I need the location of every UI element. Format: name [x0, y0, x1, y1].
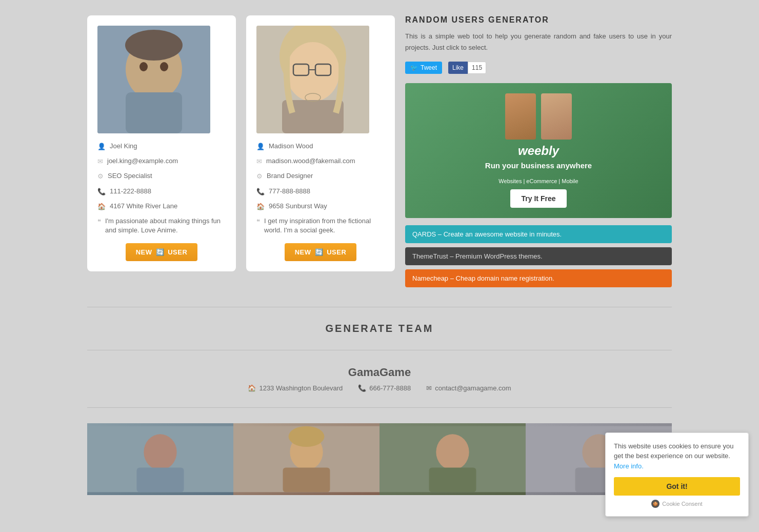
- quote-icon-2: ❝: [256, 217, 260, 226]
- team-email-icon: ✉: [426, 384, 432, 392]
- team-photo-3: [380, 423, 526, 495]
- cookie-more-info-link[interactable]: More info.: [614, 462, 644, 470]
- user-bio-2: I get my inspiration from the fictional …: [264, 216, 385, 235]
- tweet-label: Tweet: [421, 64, 437, 71]
- cookie-consent-popup: This website uses cookies to ensure you …: [605, 432, 749, 517]
- user-name-1: Joel King: [110, 142, 137, 151]
- user-phone-row-2: 📞 777-888-8888: [256, 187, 385, 196]
- user-bio-row-2: ❝ I get my inspiration from the fictiona…: [256, 216, 385, 235]
- address-icon-2: 🏠: [256, 202, 265, 211]
- user-email-2: madison.wood@fakemail.com: [266, 156, 355, 166]
- team-address-icon: 🏠: [248, 384, 256, 392]
- team-contact-row: 🏠 1233 Washington Boulevard 📞 666-777-88…: [87, 384, 672, 392]
- facebook-like-label: Like: [448, 62, 468, 74]
- cookie-message: This website uses cookies to ensure you …: [614, 441, 740, 471]
- cookie-footer-text: Cookie Consent: [662, 501, 702, 507]
- user-name-row-1: 👤 Joel King: [97, 142, 226, 151]
- user-phone-1: 111-222-8888: [110, 187, 151, 196]
- user-name-row-2: 👤 Madison Wood: [256, 142, 385, 151]
- job-icon-2: ⚙: [256, 172, 263, 181]
- cookie-footer-icon: 🍪: [651, 500, 660, 508]
- svg-point-22: [436, 434, 469, 470]
- like-button[interactable]: Like 115: [448, 62, 486, 74]
- team-address: 1233 Washington Boulevard: [259, 384, 343, 392]
- user-email-1: joel.king@example.com: [107, 156, 178, 166]
- user-icon-2: 👤: [256, 142, 265, 151]
- sidebar-description: This is a simple web tool to help you ge…: [405, 31, 672, 53]
- refresh-icon-2: 🔄: [315, 248, 324, 256]
- user-email-row-1: ✉ joel.king@example.com: [97, 156, 226, 166]
- sidebar: RANDOM USERS GENERATOR This is a simple …: [405, 15, 672, 291]
- ad-link-2[interactable]: ThemeTrust – Premium WordPress themes.: [405, 247, 672, 265]
- ad-person-2: [541, 93, 572, 140]
- team-phone-item: 📞 666-777-8888: [358, 384, 411, 392]
- team-photos-row: [87, 423, 672, 495]
- cookie-accept-button[interactable]: Got it!: [614, 477, 740, 496]
- svg-rect-2: [126, 92, 182, 133]
- generate-team-section: GENERATE TEAM: [87, 323, 672, 334]
- svg-point-20: [289, 426, 325, 447]
- user-email-row-2: ✉ madison.wood@fakemail.com: [256, 156, 385, 166]
- middle-divider: [87, 350, 672, 350]
- ad-brand: weebly: [415, 144, 662, 158]
- user-phone-2: 777-888-8888: [269, 187, 310, 196]
- team-phone: 666-777-8888: [369, 384, 411, 392]
- phone-icon-2: 📞: [256, 187, 265, 196]
- svg-rect-19: [283, 468, 330, 492]
- ad-cta-button[interactable]: Try It Free: [510, 189, 567, 208]
- address-icon-1: 🏠: [97, 202, 106, 211]
- new-user-button-1[interactable]: NEW 🔄 USER: [126, 243, 197, 261]
- team-phone-icon: 📞: [358, 384, 366, 392]
- team-photo-2: [233, 423, 380, 495]
- team-email: contact@gamagame.com: [435, 384, 511, 392]
- like-count: 115: [468, 62, 486, 74]
- ad-link-1[interactable]: QARDS – Create an awesome website in min…: [405, 225, 672, 243]
- top-divider: [87, 307, 672, 307]
- email-icon-1: ✉: [97, 157, 103, 166]
- svg-point-5: [125, 30, 183, 61]
- ad-link-3[interactable]: Namecheap – Cheap domain name registrati…: [405, 269, 672, 287]
- svg-point-8: [286, 42, 339, 102]
- svg-rect-16: [137, 468, 184, 492]
- svg-point-3: [139, 62, 148, 71]
- social-buttons: 🐦 Tweet Like 115: [405, 62, 672, 74]
- svg-rect-23: [429, 468, 476, 492]
- weebly-ad: weebly Run your business anywhere Websit…: [405, 83, 672, 218]
- ad-person-1: [505, 93, 536, 140]
- team-name: GamaGame: [87, 366, 672, 379]
- tweet-button[interactable]: 🐦 Tweet: [405, 62, 442, 74]
- user-address-row-1: 🏠 4167 White River Lane: [97, 202, 226, 211]
- new-user-button-2[interactable]: NEW 🔄 USER: [285, 243, 356, 261]
- user-name-2: Madison Wood: [269, 142, 313, 151]
- page-footer: by designski: [87, 495, 672, 513]
- svg-point-4: [160, 62, 168, 71]
- user-job-1: SEO Specialist: [108, 171, 152, 181]
- user-address-1: 4167 White River Lane: [110, 202, 177, 211]
- user-bio-1: I'm passionate about making things fun a…: [105, 216, 226, 235]
- email-icon-2: ✉: [256, 157, 262, 166]
- ad-subtitle: Websites | eCommerce | Mobile: [415, 178, 662, 184]
- refresh-icon-1: 🔄: [156, 248, 165, 256]
- sidebar-title: RANDOM USERS GENERATOR: [405, 15, 672, 25]
- ad-tagline: Run your business anywhere: [415, 161, 662, 170]
- user-photo-2: [256, 26, 369, 133]
- user-phone-row-1: 📞 111-222-8888: [97, 187, 226, 196]
- phone-icon-1: 📞: [97, 187, 106, 196]
- user-bio-row-1: ❝ I'm passionate about making things fun…: [97, 216, 226, 235]
- user-job-2: Brand Designer: [267, 171, 313, 181]
- cookie-footer: 🍪 Cookie Consent: [614, 500, 740, 508]
- user-card-1: 👤 Joel King ✉ joel.king@example.com ⚙ SE…: [87, 15, 236, 271]
- quote-icon-1: ❝: [97, 217, 101, 226]
- user-job-row-2: ⚙ Brand Designer: [256, 171, 385, 181]
- user-address-2: 9658 Sunburst Way: [269, 202, 327, 211]
- user-address-row-2: 🏠 9658 Sunburst Way: [256, 202, 385, 211]
- team-address-item: 🏠 1233 Washington Boulevard: [248, 384, 343, 392]
- bottom-divider: [87, 407, 672, 408]
- twitter-icon: 🐦: [410, 64, 418, 71]
- team-email-item: ✉ contact@gamagame.com: [426, 384, 511, 392]
- user-icon-1: 👤: [97, 142, 106, 151]
- user-card-2: 👤 Madison Wood ✉ madison.wood@fakemail.c…: [246, 15, 395, 271]
- team-photo-1: [87, 423, 233, 495]
- svg-point-15: [144, 434, 176, 470]
- user-photo-1: [97, 26, 210, 133]
